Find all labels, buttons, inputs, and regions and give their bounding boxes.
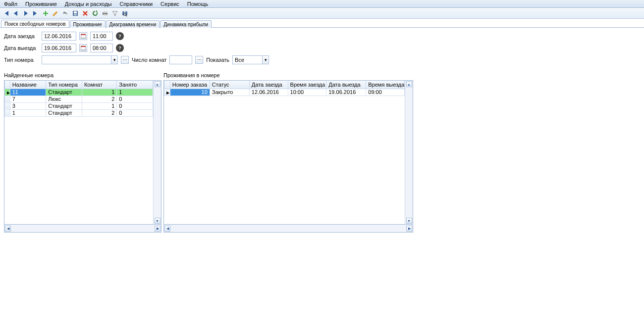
- chevron-down-icon[interactable]: ▾: [111, 55, 118, 64]
- prev-icon[interactable]: [12, 9, 20, 17]
- help-icon[interactable]: ?: [116, 32, 124, 40]
- horizontal-scrollbar[interactable]: ◀▶: [163, 225, 413, 233]
- svg-rect-4: [104, 11, 107, 13]
- delete-icon[interactable]: [81, 9, 89, 17]
- col-rooms[interactable]: Комнат: [82, 81, 116, 89]
- add-icon[interactable]: [42, 9, 50, 17]
- table-row[interactable]: ▶11Стандарт11: [5, 89, 153, 95]
- svg-line-9: [126, 15, 127, 16]
- tab-search-rooms[interactable]: Поиск свободных номеров: [1, 20, 69, 27]
- menu-help[interactable]: Помощь: [185, 0, 211, 7]
- filter-icon[interactable]: [111, 9, 119, 17]
- found-rooms-title: Найденные номера: [4, 71, 161, 80]
- tab-profit-dynamics[interactable]: Динамика прибыли: [160, 20, 212, 28]
- roomtype-clear-button[interactable]: ⋯: [121, 56, 129, 64]
- col-date-in[interactable]: Дата заезда: [249, 81, 288, 89]
- toolbar: [0, 8, 644, 19]
- col-time-out[interactable]: Время выезда: [366, 81, 405, 89]
- stay-in-room-grid[interactable]: Номер заказа Статус Дата заезда Время за…: [164, 81, 405, 224]
- checkout-label: Дата выезда: [4, 45, 39, 51]
- checkin-label: Дата заезда: [4, 33, 39, 39]
- rooms-clear-button[interactable]: ⋯: [195, 56, 203, 64]
- find-icon[interactable]: [121, 9, 129, 17]
- col-type[interactable]: Тип номера: [46, 81, 82, 89]
- svg-rect-2: [74, 14, 77, 15]
- rooms-input[interactable]: [169, 55, 192, 64]
- checkout-time-input[interactable]: [90, 44, 113, 52]
- show-label: Показать: [206, 57, 229, 63]
- table-row[interactable]: 7Люкс20: [5, 95, 153, 102]
- table-row[interactable]: ▶10Закрыто12.06.201610:0019.06.201609:00: [164, 89, 405, 95]
- roomtype-combo[interactable]: [42, 55, 111, 64]
- edit-icon[interactable]: [52, 9, 59, 17]
- svg-rect-1: [74, 11, 77, 13]
- menu-file[interactable]: Файл: [2, 0, 19, 7]
- found-rooms-panel: Найденные номера Название Тип номера Ком…: [4, 71, 161, 233]
- col-order[interactable]: Номер заказа: [170, 81, 210, 89]
- menu-stay[interactable]: Проживание: [23, 0, 59, 7]
- menu-reference[interactable]: Справочники: [117, 0, 155, 7]
- vertical-scrollbar[interactable]: ▲▼: [153, 81, 161, 224]
- checkin-time-input[interactable]: [90, 32, 113, 41]
- svg-rect-11: [81, 34, 86, 35]
- tabstrip: Поиск свободных номеров Проживание Диагр…: [0, 19, 644, 28]
- col-time-in[interactable]: Время заезда: [288, 81, 326, 89]
- table-row[interactable]: 3Стандарт10: [5, 102, 153, 109]
- last-icon[interactable]: [32, 9, 40, 17]
- col-status[interactable]: Статус: [210, 81, 249, 89]
- svg-rect-5: [104, 14, 107, 16]
- tab-stay[interactable]: Проживание: [70, 20, 106, 28]
- help-icon[interactable]: ?: [116, 44, 124, 52]
- next-icon[interactable]: [22, 9, 30, 17]
- undo-icon[interactable]: [61, 9, 69, 17]
- menubar: Файл Проживание Доходы и расходы Справоч…: [0, 0, 644, 8]
- first-icon[interactable]: [2, 9, 10, 17]
- col-busy[interactable]: Занято: [117, 81, 153, 89]
- horizontal-scrollbar[interactable]: ◀▶: [4, 225, 161, 233]
- refresh-icon[interactable]: [91, 9, 99, 17]
- roomtype-label: Тип номера: [4, 57, 39, 63]
- vertical-scrollbar[interactable]: ▲▼: [405, 81, 413, 224]
- col-date-out[interactable]: Дата выезда: [326, 81, 366, 89]
- chevron-down-icon[interactable]: ▾: [262, 55, 269, 64]
- calendar-icon[interactable]: [79, 32, 87, 40]
- table-row[interactable]: 1Стандарт20: [5, 109, 153, 116]
- svg-rect-13: [81, 46, 86, 47]
- rooms-label: Число комнат: [132, 57, 166, 63]
- stay-in-room-title: Проживания в номере: [163, 71, 413, 80]
- calendar-icon[interactable]: [79, 44, 87, 52]
- save-icon[interactable]: [71, 9, 79, 17]
- tab-time-diagram[interactable]: Диаграмма времени: [106, 20, 160, 28]
- search-form: Дата заезда ? Дата выезда ? Тип номера ▾…: [0, 28, 644, 71]
- checkout-date-input[interactable]: [42, 44, 76, 52]
- col-name[interactable]: Название: [10, 81, 46, 89]
- checkin-date-input[interactable]: [42, 32, 76, 41]
- menu-service[interactable]: Сервис: [159, 0, 181, 7]
- show-combo[interactable]: [232, 55, 262, 64]
- found-rooms-grid[interactable]: Название Тип номера Комнат Занято ▶11Ста…: [4, 81, 153, 224]
- print-icon[interactable]: [101, 9, 109, 17]
- stay-in-room-panel: Проживания в номере Номер заказа Статус …: [163, 71, 413, 233]
- menu-income[interactable]: Доходы и расходы: [63, 0, 114, 7]
